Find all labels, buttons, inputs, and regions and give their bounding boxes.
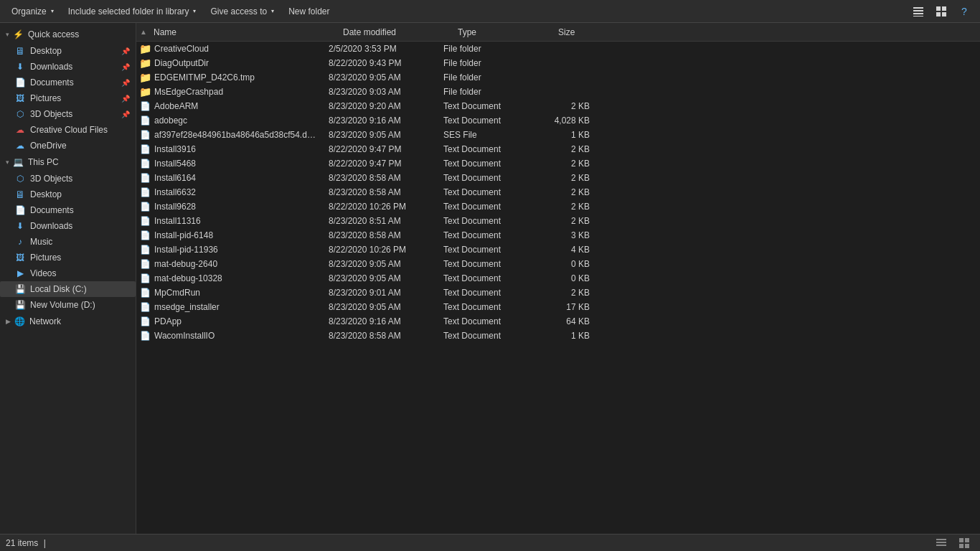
- view-tiles-button[interactable]: [931, 3, 951, 20]
- txt-icon: 📄: [139, 301, 151, 313]
- table-row[interactable]: 📁 DiagOutputDir 8/22/2020 9:43 PM File f…: [136, 56, 980, 70]
- file-date: 8/23/2020 8:58 AM: [323, 187, 438, 197]
- col-header-size[interactable]: Size: [552, 27, 610, 37]
- file-size: 4 KB: [538, 245, 595, 255]
- sidebar-item-creative-cloud[interactable]: ☁ Creative Cloud Files: [0, 122, 136, 138]
- table-row[interactable]: 📄 Install6632 8/23/2020 8:58 AM Text Doc…: [136, 185, 980, 199]
- file-size: 0 KB: [538, 259, 595, 269]
- sidebar-item-desktop-pc[interactable]: 🖥 Desktop: [0, 187, 136, 202]
- sidebar-item-downloads-quick[interactable]: ⬇ Downloads 📌: [0, 59, 136, 75]
- sidebar-item-new-volume[interactable]: 💾 New Volume (D:): [0, 297, 136, 313]
- file-date: 2/5/2020 3:53 PM: [323, 44, 438, 54]
- sidebar-item-desktop[interactable]: 🖥 Desktop 📌: [0, 43, 136, 59]
- table-row[interactable]: 📁 MsEdgeCrashpad 8/23/2020 9:03 AM File …: [136, 85, 980, 99]
- new-volume-label: New Volume (D:): [30, 300, 95, 310]
- file-name: 📄 PDApp: [136, 316, 323, 327]
- file-name: 📄 adobegc: [136, 115, 323, 126]
- table-row[interactable]: 📄 msedge_installer 8/23/2020 9:05 AM Tex…: [136, 300, 980, 314]
- table-row[interactable]: 📄 WacomInstallIO 8/23/2020 8:58 AM Text …: [136, 329, 980, 343]
- file-date: 8/23/2020 8:58 AM: [323, 230, 438, 240]
- txt-icon: 📄: [139, 258, 151, 270]
- sidebar-item-network[interactable]: ▶ 🌐 Network: [0, 313, 136, 330]
- organize-label: Organize: [11, 6, 47, 17]
- file-name: 📁 CreativeCloud: [136, 43, 323, 55]
- table-row[interactable]: 📄 af397ef28e484961ba48646a5d38cf54.db.se…: [136, 128, 980, 142]
- table-row[interactable]: 📄 AdobeARM 8/23/2020 9:20 AM Text Docume…: [136, 99, 980, 113]
- view-details-button[interactable]: [908, 3, 928, 20]
- sidebar-item-videos[interactable]: ▶ Videos: [0, 265, 136, 281]
- file-name: 📄 MpCmdRun: [136, 287, 323, 298]
- file-size: 64 KB: [538, 316, 595, 326]
- sidebar-item-this-pc[interactable]: ▾ 💻 This PC: [0, 154, 136, 171]
- table-row[interactable]: 📄 PDApp 8/23/2020 9:16 AM Text Document …: [136, 314, 980, 329]
- table-row[interactable]: 📁 EDGEMITMP_D42C6.tmp 8/23/2020 9:05 AM …: [136, 70, 980, 85]
- file-date: 8/23/2020 9:01 AM: [323, 288, 438, 298]
- txt-icon: 📄: [139, 215, 151, 227]
- file-name: 📁 MsEdgeCrashpad: [136, 86, 323, 98]
- sidebar-item-pictures-pc[interactable]: 🖼 Pictures: [0, 250, 136, 265]
- file-name: 📄 Install11316: [136, 215, 323, 227]
- include-folder-label: Include selected folder in library: [68, 6, 189, 17]
- table-row[interactable]: 📄 Install-pid-6148 8/23/2020 8:58 AM Tex…: [136, 228, 980, 242]
- table-row[interactable]: 📄 Install11316 8/23/2020 8:51 AM Text Do…: [136, 214, 980, 228]
- desktop-label: Desktop: [30, 46, 62, 56]
- file-type: Text Document: [438, 245, 538, 255]
- txt-icon: 📄: [139, 100, 151, 112]
- table-row[interactable]: 📄 Install6164 8/23/2020 8:58 AM Text Doc…: [136, 171, 980, 185]
- table-row[interactable]: 📄 Install5468 8/22/2020 9:47 PM Text Doc…: [136, 156, 980, 171]
- pin-icon: 📌: [121, 47, 130, 55]
- downloads-pc-label: Downloads: [30, 221, 72, 231]
- downloads-quick-icon: ⬇: [14, 61, 26, 72]
- help-button[interactable]: ?: [954, 3, 974, 20]
- pictures-pc-label: Pictures: [30, 253, 61, 263]
- file-name: 📁 EDGEMITMP_D42C6.tmp: [136, 72, 323, 83]
- organize-button[interactable]: Organize ▾: [6, 3, 60, 20]
- sidebar-item-local-disk[interactable]: 💾 Local Disk (C:): [0, 281, 136, 297]
- sidebar-item-documents[interactable]: 📄 Documents 📌: [0, 75, 136, 90]
- col-header-type[interactable]: Type: [452, 27, 552, 37]
- txt-icon: 📄: [139, 273, 151, 284]
- txt-icon: 📄: [139, 330, 151, 342]
- sidebar-item-3d-objects[interactable]: ⬡ 3D Objects 📌: [0, 106, 136, 122]
- creative-cloud-icon: ☁: [14, 124, 26, 136]
- file-size: 2 KB: [538, 101, 595, 111]
- status-details-button[interactable]: [931, 534, 951, 552]
- new-folder-button[interactable]: New folder: [283, 3, 335, 20]
- table-row[interactable]: 📄 mat-debug-2640 8/23/2020 9:05 AM Text …: [136, 257, 980, 271]
- sidebar-item-pictures[interactable]: 🖼 Pictures 📌: [0, 90, 136, 106]
- sidebar-item-downloads-pc[interactable]: ⬇ Downloads: [0, 218, 136, 234]
- table-row[interactable]: 📄 Install3916 8/22/2020 9:47 PM Text Doc…: [136, 142, 980, 156]
- file-date: 8/22/2020 9:43 PM: [323, 58, 438, 68]
- sidebar-item-onedrive[interactable]: ☁ OneDrive: [0, 138, 136, 154]
- desktop-pc-icon: 🖥: [14, 189, 26, 200]
- file-type: Text Document: [438, 159, 538, 169]
- include-folder-button[interactable]: Include selected folder in library ▾: [62, 3, 202, 20]
- svg-rect-3: [913, 16, 923, 17]
- col-header-name[interactable]: Name: [151, 27, 337, 37]
- status-grid-button[interactable]: [954, 534, 974, 552]
- table-row[interactable]: 📄 mat-debug-10328 8/23/2020 9:05 AM Text…: [136, 271, 980, 286]
- file-date: 8/23/2020 8:51 AM: [323, 216, 438, 226]
- file-size: 2 KB: [538, 187, 595, 197]
- sidebar-item-quick-access[interactable]: ▾ ⚡ Quick access: [0, 26, 136, 43]
- help-icon: ?: [961, 6, 967, 17]
- toolbar: Organize ▾ Include selected folder in li…: [0, 0, 980, 23]
- give-access-button[interactable]: Give access to ▾: [204, 3, 280, 20]
- sidebar-item-music[interactable]: ♪ Music: [0, 234, 136, 250]
- quick-access-icon: ⚡: [12, 29, 24, 40]
- sidebar: ▾ ⚡ Quick access 🖥 Desktop 📌 ⬇ Downloads…: [0, 23, 136, 534]
- network-expand-icon: ▶: [6, 318, 11, 325]
- table-row[interactable]: 📄 Install-pid-11936 8/22/2020 10:26 PM T…: [136, 242, 980, 257]
- table-row[interactable]: 📄 Install9628 8/22/2020 10:26 PM Text Do…: [136, 199, 980, 214]
- table-row[interactable]: 📁 CreativeCloud 2/5/2020 3:53 PM File fo…: [136, 42, 980, 56]
- sidebar-item-documents-pc[interactable]: 📄 Documents: [0, 202, 136, 218]
- file-size: 2 KB: [538, 288, 595, 298]
- table-row[interactable]: 📄 adobegc 8/23/2020 9:16 AM Text Documen…: [136, 113, 980, 128]
- file-date: 8/23/2020 9:05 AM: [323, 273, 438, 283]
- col-header-date[interactable]: Date modified: [337, 27, 452, 37]
- file-date: 8/23/2020 9:05 AM: [323, 130, 438, 140]
- file-name: 📁 DiagOutputDir: [136, 57, 323, 69]
- table-row[interactable]: 📄 MpCmdRun 8/23/2020 9:01 AM Text Docume…: [136, 286, 980, 300]
- sidebar-item-3d-objects-pc[interactable]: ⬡ 3D Objects: [0, 171, 136, 187]
- file-date: 8/23/2020 8:58 AM: [323, 331, 438, 341]
